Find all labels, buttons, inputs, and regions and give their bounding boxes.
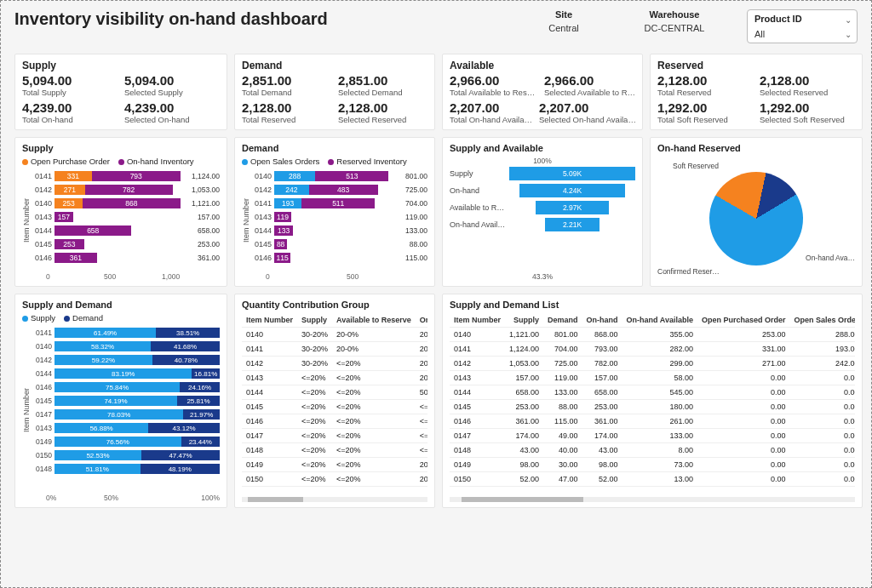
funnel-bot-pct: 43.3%	[450, 272, 635, 281]
kpi-label: Selected Supply	[124, 88, 220, 97]
filter-product-id[interactable]: Product ID All ⌄ ⌄	[747, 9, 858, 43]
kpi-value: 2,851.00	[242, 73, 331, 88]
kpi-title: Reserved	[657, 60, 855, 71]
kpi-value: 4,239.00	[22, 100, 118, 115]
kpi-value: 2,128.00	[242, 100, 331, 115]
kpi-value: 2,128.00	[657, 73, 753, 88]
y-axis-label: Item Number	[242, 169, 250, 271]
chart-title: Supply and Demand	[22, 300, 220, 310]
chevron-down-icon: ⌄	[845, 30, 852, 39]
table-title: Supply and Demand List	[450, 300, 855, 310]
kpi-label: Total Supply	[22, 88, 118, 97]
scrollbar[interactable]	[450, 497, 855, 502]
x-axis: 05001,000	[22, 272, 220, 281]
filter-site-value: Central	[548, 23, 578, 33]
kpi-label: Selected On-hand	[124, 115, 220, 124]
page-title: Inventory visibility on-hand dashboard	[14, 9, 525, 29]
chart-title: On-hand Reserved	[657, 143, 855, 153]
kpi-label: Selected Demand	[338, 88, 427, 97]
chart-supply-available[interactable]: Supply and Available 100% Supply5.09KOn-…	[442, 137, 643, 287]
funnel-top-pct: 100%	[450, 157, 635, 165]
scroll-thumb[interactable]	[462, 497, 583, 502]
kpi-title: Available	[450, 60, 635, 71]
chart-supply-demand[interactable]: Supply and Demand Supply Demand Item Num…	[14, 294, 227, 508]
kpi-label: Selected Soft Reserved	[760, 115, 855, 124]
chart-title: Supply	[22, 143, 220, 153]
kpi-label: Total On-hand	[22, 115, 118, 124]
pie-label: On-hand Ava…	[806, 254, 855, 262]
x-axis: 0%50%100%	[22, 494, 220, 502]
kpi-value: 1,292.00	[760, 100, 855, 115]
kpi-value: 2,128.00	[760, 73, 855, 88]
table-title: Quantity Contribution Group	[242, 300, 427, 310]
kpi-label: Selected On-hand Availa…	[539, 115, 636, 124]
filter-warehouse-value: DC-CENTRAL	[645, 23, 705, 33]
chart-title: Supply and Available	[450, 143, 635, 153]
kpi-label: Total Reserved	[657, 88, 753, 97]
kpi-value: 2,207.00	[450, 100, 532, 115]
chart-demand[interactable]: Demand Open Sales Orders Reserved Invent…	[234, 137, 435, 287]
chart-supply[interactable]: Supply Open Purchase Order On-hand Inven…	[14, 137, 227, 287]
kpi-value: 1,292.00	[657, 100, 753, 115]
kpi-label: Selected Available to R…	[544, 88, 635, 97]
filter-site[interactable]: Site Central	[525, 9, 602, 43]
filter-product-value: All	[754, 29, 850, 39]
kpi-supply: Supply 5,094.00Total Supply 5,094.00Sele…	[14, 54, 227, 130]
kpi-label: Total Reserved	[242, 115, 331, 124]
kpi-available: Available 2,966.00Total Available to Res…	[442, 54, 643, 130]
chart-legend: Supply Demand	[22, 313, 220, 323]
kpi-label: Selected Reserved	[760, 88, 855, 97]
kpi-label: Selected Reserved	[338, 115, 427, 124]
table-quantity-contribution[interactable]: Quantity Contribution Group Item NumberS…	[234, 294, 435, 508]
kpi-title: Demand	[242, 60, 427, 71]
kpi-value: 2,851.00	[338, 73, 427, 88]
filter-product-label: Product ID	[754, 14, 850, 24]
kpi-value: 2,966.00	[450, 73, 537, 88]
data-table: Item NumberSupplyAvailable to ReserveOn-…	[242, 313, 427, 487]
filter-warehouse[interactable]: Warehouse DC-CENTRAL	[636, 9, 713, 43]
kpi-value: 2,966.00	[544, 73, 635, 88]
chart-legend: Open Sales Orders Reserved Inventory	[242, 157, 427, 166]
kpi-value: 2,207.00	[539, 100, 636, 115]
kpi-value: 5,094.00	[22, 73, 118, 88]
scroll-thumb[interactable]	[248, 497, 303, 502]
kpi-label: Total Demand	[242, 88, 331, 97]
x-axis: 0500	[242, 272, 427, 281]
chart-title: Demand	[242, 143, 427, 153]
chevron-down-icon: ⌄	[845, 15, 852, 25]
kpi-value: 4,239.00	[124, 100, 220, 115]
filter-site-label: Site	[555, 9, 572, 20]
kpi-demand: Demand 2,851.00Total Demand 2,851.00Sele…	[234, 54, 435, 130]
pie-label: Soft Reserved	[673, 162, 719, 170]
chart-legend: Open Purchase Order On-hand Inventory	[22, 157, 220, 166]
y-axis-label: Item Number	[22, 169, 31, 271]
kpi-reserved: Reserved 2,128.00Total Reserved 2,128.00…	[650, 54, 863, 130]
table-supply-demand-list[interactable]: Supply and Demand List Item NumberSupply…	[442, 294, 863, 508]
kpi-value: 2,128.00	[338, 100, 427, 115]
kpi-label: Total Soft Reserved	[657, 115, 753, 124]
scrollbar[interactable]	[242, 497, 427, 502]
chart-onhand-reserved[interactable]: On-hand Reserved Soft Reserved Confirmed…	[650, 137, 863, 287]
y-axis-label: Item Number	[22, 326, 31, 494]
data-table: Item NumberSupplyDemandOn-handOn-hand Av…	[450, 313, 855, 487]
kpi-title: Supply	[22, 60, 220, 71]
filter-warehouse-label: Warehouse	[650, 9, 700, 20]
pie-label: Confirmed Reser…	[657, 267, 720, 276]
kpi-label: Total Available to Res…	[450, 88, 537, 97]
kpi-value: 5,094.00	[124, 73, 220, 88]
kpi-label: Total On-hand Availa…	[450, 115, 532, 124]
pie-chart	[709, 172, 803, 265]
